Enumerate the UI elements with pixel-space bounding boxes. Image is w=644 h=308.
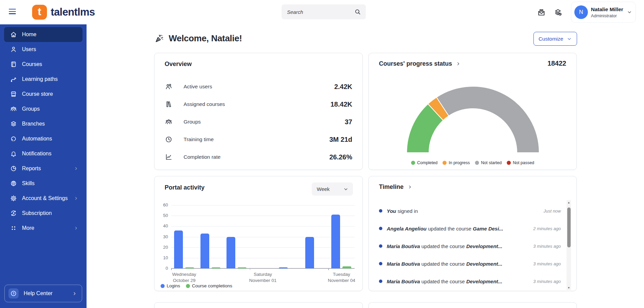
legend-dot [411,161,415,165]
course-completions-bar [212,267,220,268]
sidebar-item-learning-paths[interactable]: Learning paths [4,72,82,87]
sidebar-item-courses[interactable]: Courses [4,57,82,72]
customize-button[interactable]: Customize [533,32,577,46]
help-center-button[interactable]: ? Help Center [4,285,82,302]
timeline-actor-link[interactable]: You [387,208,396,214]
gridline [171,247,355,248]
timeline-text: Maria Boutiva updated the course Develop… [387,261,502,267]
sidebar-item-automations[interactable]: Automations [4,131,82,146]
timeline-actor-link[interactable]: Angela Angeliou [387,226,427,232]
stat-label: Active users [184,84,212,90]
course-completions-bar [238,267,246,268]
groups-icon [165,118,173,126]
sidebar-item-users[interactable]: Users [4,42,82,57]
chevron-down-icon [627,9,632,15]
sidebar-item-label: More [22,225,34,231]
y-axis-tick-label: 10 [156,255,168,260]
stat-label: Groups [184,119,201,125]
timeline-course-link[interactable]: Game Desi... [473,226,503,232]
timeline-header-link[interactable]: Timeline [379,183,412,191]
legend-dot [443,161,447,165]
timeline-bullet [379,227,382,230]
sidebar-item-reports[interactable]: Reports [4,161,82,176]
course-completions-bar [342,266,351,268]
overview-title: Overview [165,61,192,68]
svg-text:?: ? [13,292,15,295]
sidebar-item-label: Users [22,46,36,52]
path-icon [10,75,17,83]
stat-row-training-time: Training time 3M 21d [165,135,352,144]
sidebar-item-notifications[interactable]: Notifications [4,146,82,161]
user-name: Natalie Miller [591,6,623,13]
sidebar-item-account-settings[interactable]: Account & Settings [4,191,82,206]
avatar: N [574,5,588,19]
activity-range-select[interactable]: Week [312,182,353,196]
stat-label: Completion rate [184,154,220,160]
sidebar-item-subscription[interactable]: $ Subscription [4,206,82,221]
hamburger-menu-button[interactable] [9,8,17,16]
timeline-actor-link[interactable]: Maria Boutiva [387,243,420,249]
gridline [171,258,355,258]
scrollbar-thumb[interactable] [567,207,571,247]
timeline-text: You signed in [387,208,418,214]
timeline-timestamp: 2 minutes ago [529,226,561,231]
x-axis-tick [250,268,251,270]
store-icon [10,90,17,98]
timeline-item: Maria Boutiva updated the course Develop… [379,260,561,268]
gridline [171,237,355,237]
sidebar: Home Users Courses Learning paths Course… [0,24,87,308]
stack-check-icon[interactable] [553,8,563,17]
overview-card: Overview Active users 2.42K Assigned cou… [154,53,363,170]
stat-row-completion-rate: Completion rate 26.26% [165,152,352,162]
page-title: Welcome, Natalie! [169,33,242,44]
scroll-up-arrow[interactable]: ▲ [567,200,571,205]
timeline-course-link[interactable]: Development... [466,243,502,249]
timeline-item: Angela Angeliou updated the course Game … [379,224,561,233]
messages-icon[interactable] [537,8,546,17]
logo-wordmark: talentlms [51,6,95,18]
legend-label: Not started [481,160,502,165]
search-icon[interactable] [354,8,361,16]
legend-dot [186,284,190,288]
stat-label: Training time [184,136,214,142]
sidebar-item-home[interactable]: Home [4,27,82,42]
legend-label: Course completions [192,283,232,288]
timeline-bullet [379,262,382,265]
sidebar-item-groups[interactable]: Groups [4,102,82,116]
timeline-text: Angela Angeliou updated the course Game … [387,226,503,232]
sidebar-item-label: Skills [22,180,34,186]
timeline-card: Timeline You signed inJust nowAngela Ang… [368,176,577,291]
sidebar-item-course-store[interactable]: Course store [4,87,82,102]
groups-icon [10,105,17,113]
sidebar-item-label: Reports [22,166,41,172]
sidebar-item-label: Branches [22,121,45,127]
sidebar-item-more[interactable]: More [4,221,82,236]
y-axis-tick-label: 30 [156,234,168,239]
sidebar-item-branches[interactable]: Branches [4,116,82,131]
legend-item-in-progress: In progress [443,160,470,165]
top-bar: t talentlms N Natalie Miller Administrat… [0,0,644,24]
grid-dots-icon [10,224,17,232]
scroll-down-arrow[interactable]: ▼ [567,285,571,290]
chevron-down-icon [343,186,349,192]
search-input[interactable] [287,9,354,15]
y-axis-tick-label: 50 [156,213,168,218]
sidebar-item-skills[interactable]: Skills [4,176,82,191]
global-search [282,4,366,19]
sidebar-item-label: Home [22,31,37,38]
legend-item-not-started: Not started [475,160,502,165]
stat-label: Assigned courses [184,101,225,107]
timeline-actor-link[interactable]: Maria Boutiva [387,279,420,284]
gridline [171,268,355,269]
sidebar-item-label: Groups [22,106,40,112]
timeline-actor-link[interactable]: Maria Boutiva [387,261,420,267]
portal-activity-card: Portal activity Week 0102030405060Wednes… [154,176,363,291]
timeline-course-link[interactable]: Development... [466,261,502,267]
app-logo[interactable]: t talentlms [32,5,95,20]
timeline-scrollbar[interactable]: ▲ ▼ [567,200,571,290]
user-menu[interactable]: N Natalie Miller Administrator [571,2,636,23]
help-icon: ? [8,288,19,299]
sidebar-item-label: Notifications [22,151,51,157]
y-axis-tick-label: 60 [156,202,168,207]
timeline-course-link[interactable]: Development... [466,279,502,284]
